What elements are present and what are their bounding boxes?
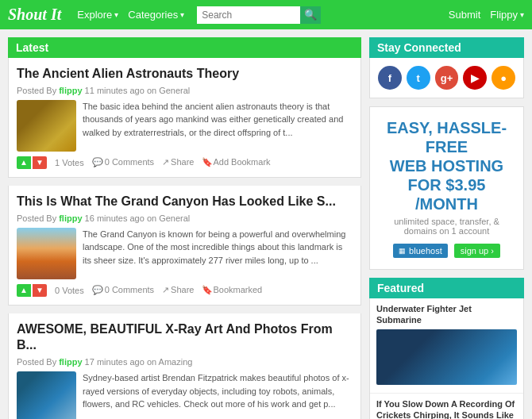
post-footer: ▲ ▼ 0 Votes 💬0 Comments ↗Share 🔖Bookmark… (17, 284, 353, 297)
latest-section-header: Latest (8, 37, 361, 58)
post-body: The Grand Canyon is known for being a po… (17, 228, 353, 279)
rss-icon[interactable]: ● (492, 66, 515, 90)
post-footer: ▲ ▼ 1 Votes 💬0 Comments ↗Share 🔖Add Book… (17, 156, 353, 169)
vote-count: 0 Votes (55, 286, 84, 295)
share-button[interactable]: ↗Share (162, 285, 194, 295)
comment-count[interactable]: 💬0 Comments (92, 285, 154, 295)
left-column: Latest The Ancient Alien Astronauts Theo… (8, 37, 361, 419)
post-meta: Posted By flippy 17 minutes ago on Amazi… (17, 357, 353, 367)
facebook-icon[interactable]: f (378, 66, 402, 90)
featured-item[interactable]: If You Slow Down A Recording Of Crickets… (370, 394, 523, 419)
post-card: The Ancient Alien Astronauts Theory Post… (8, 58, 361, 178)
post-card: This Is What The Grand Canyon Has Looked… (8, 186, 361, 306)
bluehost-logo[interactable]: ▦ bluehost (393, 244, 448, 258)
post-meta: Posted By flippy 16 minutes ago on Gener… (17, 213, 353, 223)
bookmark-button[interactable]: 🔖Add Bookmark (202, 157, 270, 167)
search-input[interactable] (197, 6, 300, 24)
vote-buttons: ▲ ▼ (17, 156, 47, 169)
search-button[interactable]: 🔍 (300, 6, 321, 24)
post-thumbnail[interactable] (17, 100, 76, 152)
nav-categories[interactable]: Categories (128, 9, 184, 21)
main-layout: Latest The Ancient Alien Astronauts Theo… (0, 29, 532, 419)
featured-item[interactable]: Underwater Fighter Jet Submarine (370, 298, 523, 394)
googleplus-icon[interactable]: g+ (435, 66, 459, 90)
bluehost-row: ▦ bluehost sign up › (381, 244, 512, 258)
post-body: The basic idea behind the ancient alien … (17, 100, 353, 152)
featured-item-title: Underwater Fighter Jet Submarine (376, 303, 517, 326)
vote-up-button[interactable]: ▲ (17, 284, 31, 297)
featured-list: Underwater Fighter Jet Submarine If You … (369, 298, 524, 419)
ad-subtext: unlimited space, transfer, & domains on … (381, 217, 512, 236)
vote-up-button[interactable]: ▲ (17, 156, 31, 169)
post-excerpt: The basic idea behind the ancient alien … (83, 100, 353, 152)
signup-button[interactable]: sign up › (454, 244, 500, 258)
post-title[interactable]: The Ancient Alien Astronauts Theory (17, 66, 353, 83)
vote-buttons: ▲ ▼ (17, 284, 47, 297)
post-body: Sydney-based artist Brendan Fitzpatrick … (17, 371, 353, 419)
post-title[interactable]: This Is What The Grand Canyon Has Looked… (17, 194, 353, 210)
social-icons-row: f t g+ ▶ ● (369, 58, 524, 98)
user-menu[interactable]: Flippy (490, 9, 524, 21)
post-meta: Posted By flippy 11 minutes ago on Gener… (17, 86, 353, 95)
featured-section-header: Featured (369, 278, 524, 298)
nav-explore[interactable]: Explore (77, 9, 118, 21)
vote-down-button[interactable]: ▼ (33, 284, 47, 297)
post-author[interactable]: flippy (59, 86, 82, 95)
post-card: AWESOME, BEAUTIFUL X-Ray Art And Photos … (8, 313, 361, 419)
post-thumbnail[interactable] (17, 371, 76, 419)
search-wrap: 🔍 (197, 6, 321, 24)
post-title[interactable]: AWESOME, BEAUTIFUL X-Ray Art And Photos … (17, 321, 353, 355)
vote-down-button[interactable]: ▼ (33, 156, 47, 169)
header: Shout It Explore Categories 🔍 Submit Fli… (0, 0, 532, 29)
featured-item-image (376, 329, 517, 385)
stay-connected-header: Stay Connected (369, 37, 524, 58)
youtube-icon[interactable]: ▶ (463, 66, 487, 90)
submit-button[interactable]: Submit (449, 9, 480, 21)
comment-count[interactable]: 💬0 Comments (92, 157, 154, 167)
post-thumbnail[interactable] (17, 228, 76, 279)
share-button[interactable]: ↗Share (162, 157, 194, 167)
post-author[interactable]: flippy (59, 213, 82, 223)
posts-container: The Ancient Alien Astronauts Theory Post… (8, 58, 361, 419)
bookmark-button[interactable]: 🔖Bookmarked (202, 285, 262, 295)
featured-item-title: If You Slow Down A Recording Of Crickets… (376, 398, 517, 419)
twitter-icon[interactable]: t (407, 66, 430, 90)
post-excerpt: Sydney-based artist Brendan Fitzpatrick … (83, 371, 353, 419)
vote-count: 1 Votes (55, 158, 84, 167)
post-author[interactable]: flippy (59, 357, 82, 367)
site-logo[interactable]: Shout It (8, 6, 61, 24)
ad-box: EASY, HASSLE-FREEWEB HOSTINGFOR $3.95 /M… (369, 106, 524, 270)
right-column: Stay Connected f t g+ ▶ ● EASY, HASSLE-F… (369, 37, 524, 419)
header-right: Submit Flippy (449, 9, 524, 21)
post-excerpt: The Grand Canyon is known for being a po… (83, 228, 353, 279)
ad-headline: EASY, HASSLE-FREEWEB HOSTINGFOR $3.95 /M… (381, 118, 512, 213)
